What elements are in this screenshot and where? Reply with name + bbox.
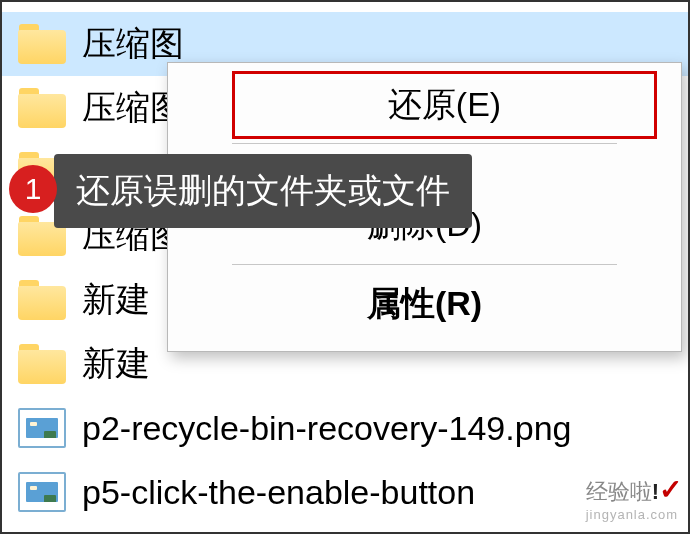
check-icon: ✓ [659,474,682,505]
callout-badge: 1 [9,165,57,213]
folder-icon [18,88,66,128]
watermark: 经验啦!✓ jingyanla.com [586,473,682,522]
menu-item-restore[interactable]: 还原(E) [232,71,657,139]
watermark-bang: ! [652,479,659,504]
folder-icon [18,280,66,320]
file-label: p5-click-the-enable-button [82,473,475,512]
folder-icon [18,24,66,64]
file-label: p2-recycle-bin-recovery-149.png [82,409,571,448]
menu-separator [232,264,617,265]
menu-separator [232,143,617,144]
file-label: 新建 [82,277,150,323]
file-row-image[interactable]: p2-recycle-bin-recovery-149.png [2,396,688,460]
watermark-url: jingyanla.com [586,507,682,522]
image-file-icon [18,408,66,448]
file-label: 压缩图 [82,21,184,67]
watermark-text: 经验啦 [586,479,652,504]
file-label: 新建 [82,341,150,387]
tooltip: 还原误删的文件夹或文件 [54,154,472,228]
menu-item-properties[interactable]: 属性(R) [172,267,677,341]
folder-icon [18,344,66,384]
image-file-icon [18,472,66,512]
